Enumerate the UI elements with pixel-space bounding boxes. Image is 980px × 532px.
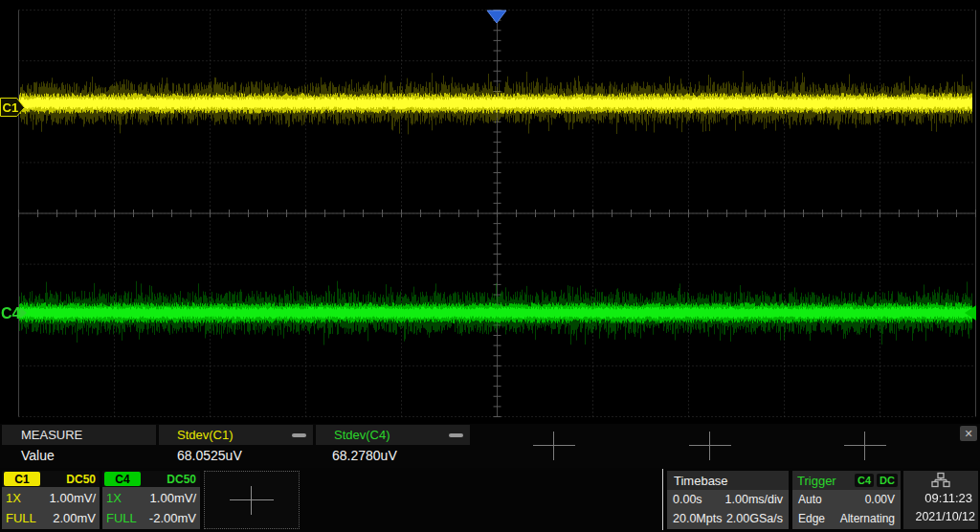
timebase-title: Timebase: [674, 474, 728, 488]
remove-measure-icon[interactable]: [292, 433, 306, 437]
measure-bar: MEASURE Stdev(C1) Stdev(C4) Value 68.052…: [0, 424, 980, 468]
remove-measure-icon[interactable]: [449, 433, 463, 437]
channel-marker-c1-label: C1: [3, 100, 19, 115]
timebase-header: Timebase: [667, 471, 789, 490]
network-icon[interactable]: [931, 472, 950, 488]
channel-c1-badge[interactable]: C1: [4, 472, 40, 486]
trigger-alternating: Alternating: [840, 512, 895, 525]
channel-c4-probe: 1X: [106, 491, 122, 505]
measure-header-2: Stdev(C4): [334, 428, 390, 442]
measure-value-stdev-c1: 68.0525uV: [177, 448, 242, 463]
channel-descriptor-c4[interactable]: C4 DC50 1X 1.00mV/ FULL -2.00mV: [102, 471, 200, 529]
channel-c4-badge[interactable]: C4: [104, 472, 141, 486]
channel-marker-c4-label: C4: [1, 305, 21, 321]
channel-c1-coupling: DC50: [66, 473, 100, 486]
trigger-coupling-badge: DC: [877, 474, 898, 487]
panel-divider: [662, 469, 663, 530]
waveform-display[interactable]: C1 C4: [0, 0, 980, 424]
channel-marker-c1[interactable]: C1: [0, 98, 26, 118]
channel-c1-header: C1 DC50: [2, 471, 100, 487]
timebase-memory: 20.0Mpts: [673, 512, 722, 525]
add-channel-slot[interactable]: [204, 471, 300, 529]
oscilloscope-screen: C1 C4 MEASURE Stdev(C1) Stdev(C4) Value …: [0, 0, 980, 532]
timebase-scale: 1.00ms/div: [725, 493, 783, 506]
channel-c4-header: C4 DC50: [102, 471, 200, 487]
clock-date: 2021/10/12: [903, 508, 978, 527]
measure-title-cell: MEASURE: [2, 425, 156, 445]
timebase-delay: 0.00s: [673, 493, 702, 506]
channel-c1-offset: 2.00mV: [53, 511, 96, 525]
channel-marker-c4[interactable]: C4: [0, 301, 29, 324]
measure-column-stdev-c4[interactable]: Stdev(C4): [316, 425, 470, 445]
channel-c4-bandwidth: FULL: [106, 511, 137, 525]
trigger-header: Trigger C4 DC: [792, 471, 901, 490]
trigger-source-badge: C4: [855, 474, 874, 487]
add-measurement-icon[interactable]: [689, 432, 731, 460]
measure-value-stdev-c4: 68.2780uV: [332, 448, 397, 463]
add-measurement-icon[interactable]: [533, 432, 575, 460]
measure-header-1: Stdev(C1): [177, 428, 234, 442]
status-bar: C1 DC50 1X 1.00mV/ FULL 2.00mV C4 DC50: [0, 468, 980, 532]
add-measurement-icon[interactable]: [844, 432, 886, 460]
timebase-panel[interactable]: Timebase 0.00s 1.00ms/div 20.0Mpts 2.00G…: [667, 471, 789, 529]
channel-marker-c4-arrow-icon: [20, 307, 27, 319]
trigger-title: Trigger: [797, 474, 855, 488]
clock-panel[interactable]: 09:11:23 2021/10/12: [903, 471, 978, 529]
trigger-level: 0.00V: [865, 493, 895, 506]
trigger-level-marker-icon[interactable]: [964, 304, 977, 321]
clock-time: 09:11:23: [903, 489, 978, 508]
trigger-type: Edge: [798, 512, 825, 525]
trigger-position-marker-icon[interactable]: [486, 10, 507, 25]
channel-c1-bandwidth: FULL: [6, 511, 36, 525]
timebase-sample-rate: 2.00GSa/s: [726, 512, 783, 525]
channel-c1-scale: 1.00mV/: [50, 491, 96, 505]
channel-c4-scale: 1.00mV/: [150, 491, 196, 505]
channel-descriptor-c1[interactable]: C1 DC50 1X 1.00mV/ FULL 2.00mV: [2, 471, 100, 529]
add-channel-icon: [230, 486, 274, 515]
channel-c1-probe: 1X: [6, 491, 21, 505]
measure-title: MEASURE: [21, 428, 82, 442]
channel-c4-coupling: DC50: [167, 473, 200, 486]
measure-column-stdev-c1[interactable]: Stdev(C1): [159, 425, 313, 445]
channel-c4-offset: -2.00mV: [149, 511, 196, 525]
trigger-panel[interactable]: Trigger C4 DC Auto 0.00V Edge Alternatin…: [792, 471, 901, 529]
measure-value-label: Value: [21, 448, 55, 463]
trigger-mode: Auto: [798, 493, 822, 506]
close-measure-icon[interactable]: ✕: [960, 426, 977, 441]
waveform-traces: [0, 0, 980, 424]
